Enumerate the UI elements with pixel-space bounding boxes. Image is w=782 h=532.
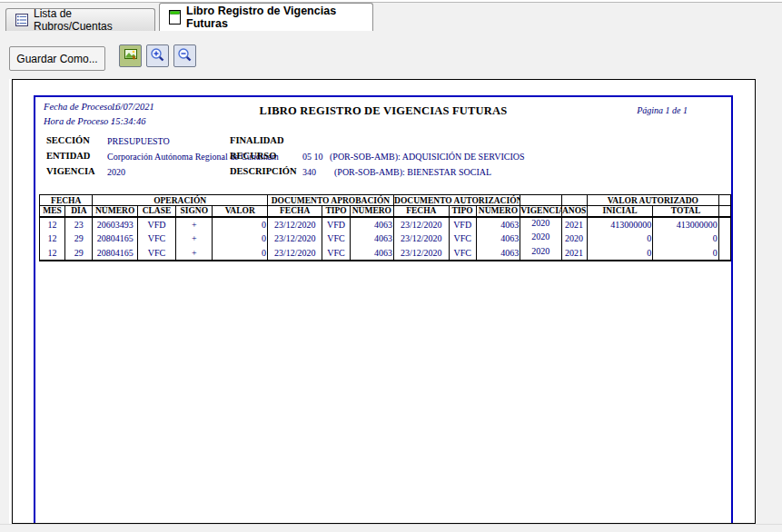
table-cell: 4063 <box>350 217 393 232</box>
table-cell <box>718 246 730 261</box>
table-head: FECHAOPERACIÓNDOCUMENTO APROBACIÓNDOCUME… <box>40 195 731 217</box>
table-cell <box>718 217 730 232</box>
descripcion-desc: (POR-SOB-AMB): BIENESTAR SOCIAL <box>334 167 491 177</box>
table-cell: 0 <box>587 232 653 246</box>
table-row: 122920804165VFC+023/12/2020VFC406323/12/… <box>40 246 731 261</box>
table-cell: 2021 <box>561 217 587 232</box>
table-cell: + <box>176 246 213 261</box>
table-row: 122920804165VFC+023/12/2020VFC406323/12/… <box>40 232 731 246</box>
table-cell: VFC <box>322 246 350 261</box>
table-column-header: VIGENCIA <box>520 206 561 217</box>
table-group-header: VALOR AUTORIZADO <box>587 195 718 206</box>
table-cell: VFC <box>322 232 350 246</box>
table-cell: 4063 <box>350 232 393 246</box>
table-column-header: NÚMERO <box>476 206 520 217</box>
tab-bar: Lista de Rubros/Cuentas Libro Registro d… <box>0 3 782 31</box>
table-cell: 23/12/2020 <box>394 232 449 246</box>
table-group-header <box>718 195 730 206</box>
table-cell: 23/12/2020 <box>394 246 449 261</box>
table-cell: VFC <box>449 232 476 246</box>
table-cell: 0 <box>653 246 719 261</box>
table-cell: 0 <box>213 217 267 232</box>
table-column-header: FECHA <box>394 206 449 217</box>
table-cell: 29 <box>65 246 93 261</box>
table-cell: VFC <box>449 246 476 261</box>
table-cell: 2021 <box>561 246 587 261</box>
table-cell: + <box>176 217 213 232</box>
finalidad-label: FINALIDAD <box>230 135 284 145</box>
table-cell: 2020 <box>520 246 561 261</box>
table-row: 122320603493VFD+023/12/2020VFD406323/12/… <box>40 217 731 232</box>
zoom-in-icon <box>150 47 165 65</box>
report-title: LIBRO REGISTRO DE VIGENCIAS FUTURAS <box>35 104 731 118</box>
tab-libro-registro-vigencias-futuras[interactable]: Libro Registro de Vigencias Futuras <box>159 3 373 31</box>
table-group-header-row: FECHAOPERACIÓNDOCUMENTO APROBACIÓNDOCUME… <box>40 195 731 206</box>
table-cell: 0 <box>213 232 267 246</box>
seccion-label: SECCIÓN <box>46 135 90 145</box>
table-cell: 4063 <box>476 217 520 232</box>
descripcion-label: DESCRIPCIÓN <box>230 166 297 176</box>
tab-label: Lista de Rubros/Cuentas <box>34 7 145 33</box>
table-group-header: FECHA <box>40 195 93 206</box>
table-column-header: NÚMERO <box>350 206 393 217</box>
table-cell: 20603493 <box>93 217 137 232</box>
export-image-button[interactable] <box>119 44 142 67</box>
table-column-header <box>718 206 730 217</box>
table-column-header: TIPO <box>322 206 350 217</box>
table-column-header: DÍA <box>65 206 93 217</box>
recurso-desc: (POR-SOB-AMB): ADQUISICIÓN DE SERVICIOS <box>330 152 525 162</box>
table-cell: 12 <box>40 246 65 261</box>
table-column-header: CLASE <box>137 206 175 217</box>
bottom-strip <box>0 524 782 532</box>
report-icon <box>169 10 181 25</box>
tab-label: Libro Registro de Vigencias Futuras <box>186 5 363 30</box>
table-cell: 0 <box>587 246 653 261</box>
table-cell: 2020 <box>561 232 587 246</box>
table-column-header: NÚMERO <box>93 206 137 217</box>
table-cell: 2020 <box>520 217 561 232</box>
table-cell: 2020 <box>520 232 561 246</box>
table-cell: 12 <box>40 232 65 246</box>
zoom-in-button[interactable] <box>146 44 169 67</box>
table-group-header <box>561 195 587 206</box>
table-column-header: AÑOS <box>561 206 587 217</box>
splitter[interactable] <box>9 79 11 524</box>
toolbar: Guardar Como... <box>0 31 782 79</box>
table-cell: 413000000 <box>587 217 653 232</box>
report-table: FECHAOPERACIÓNDOCUMENTO APROBACIÓNDOCUME… <box>39 194 731 261</box>
zoom-out-button[interactable] <box>173 44 196 67</box>
page-indicator: Página 1 de 1 <box>637 105 688 115</box>
recurso-code: 05 10 <box>302 152 323 162</box>
table-cell: 29 <box>65 232 93 246</box>
entidad-label: ENTIDAD <box>46 151 90 161</box>
table-group-header: OPERACIÓN <box>93 195 267 206</box>
table-group-header: DOCUMENTO APROBACIÓN <box>267 195 393 206</box>
report-viewer-panel: Fecha de Proceso : 16/07/2021 Hora de Pr… <box>12 79 756 524</box>
table-group-header <box>520 195 561 206</box>
table-cell: 413000000 <box>653 217 719 232</box>
table-cell: 20804165 <box>93 232 137 246</box>
vigencia-value: 2020 <box>107 167 125 177</box>
table-cell <box>718 232 730 246</box>
table-cell: 0 <box>653 232 719 246</box>
table-cell: VFD <box>449 217 476 232</box>
recurso-label: RECURSO <box>230 151 276 161</box>
table-column-header: FECHA <box>267 206 322 217</box>
table-cell: 12 <box>40 217 65 232</box>
table-body: 122320603493VFD+023/12/2020VFD406323/12/… <box>40 217 731 261</box>
table-sub-header-row: MESDÍANÚMEROCLASESIGNOVALORFECHATIPONÚME… <box>40 206 731 217</box>
list-icon <box>15 14 28 26</box>
tab-lista-rubros-cuentas[interactable]: Lista de Rubros/Cuentas <box>5 8 155 31</box>
save-as-button[interactable]: Guardar Como... <box>9 46 105 71</box>
table-column-header: SIGNO <box>176 206 213 217</box>
table-cell: VFC <box>137 246 175 261</box>
table-cell: 20804165 <box>93 246 137 261</box>
zoom-out-icon <box>177 47 193 65</box>
table-cell: VFD <box>137 217 175 232</box>
table-column-header: TOTAL <box>653 206 719 217</box>
table-cell: 4063 <box>350 246 393 261</box>
table-cell: 23/12/2020 <box>267 217 322 232</box>
table-cell: 23/12/2020 <box>267 246 322 261</box>
table-column-header: MES <box>40 206 65 217</box>
table-cell: 4063 <box>476 246 520 261</box>
